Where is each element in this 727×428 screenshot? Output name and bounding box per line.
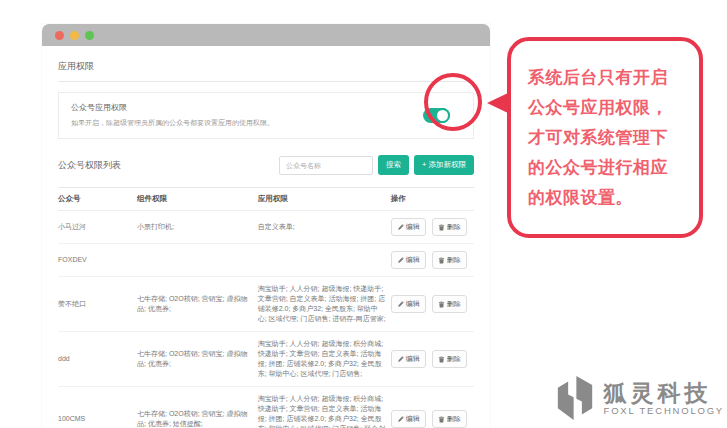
list-title: 公众号权限列表 bbox=[58, 159, 121, 172]
delete-button[interactable]: 删除 bbox=[432, 251, 467, 269]
hexagon-h-logo-icon bbox=[553, 372, 597, 424]
table-header-row: 公众号 组件权限 应用权限 操作 bbox=[58, 188, 474, 211]
highlight-circle bbox=[424, 73, 482, 131]
trash-icon bbox=[438, 224, 445, 231]
edit-button-label: 编辑 bbox=[406, 222, 420, 232]
delete-button[interactable]: 删除 bbox=[432, 218, 467, 236]
edit-button-label: 编辑 bbox=[406, 414, 420, 424]
screenshot-canvas: 应用权限 公众号应用权限 如果开启，除超级管理员所属的公众号都要设置应用的使用权… bbox=[0, 0, 727, 428]
cell-app-permissions bbox=[258, 244, 391, 277]
official-account-permission-panel: 公众号应用权限 如果开启，除超级管理员所属的公众号都要设置应用的使用权限。 bbox=[58, 92, 474, 139]
cell-app-permissions: 自定义表单; bbox=[258, 211, 391, 244]
column-header-operation: 操作 bbox=[391, 188, 474, 211]
close-window-icon[interactable] bbox=[55, 31, 64, 40]
cell-account: ddd bbox=[58, 332, 137, 387]
list-header: 公众号权限列表 搜索 + 添加新权限 bbox=[58, 155, 474, 175]
column-header-app: 应用权限 bbox=[258, 188, 391, 211]
cell-account: 小马过河 bbox=[58, 211, 137, 244]
table-row: 100CMS 七牛存储; O2O核销; 营销宝; 虚拟物品; 优惠券; 短信提醒… bbox=[58, 387, 474, 428]
cell-operations: 编辑 删除 bbox=[391, 387, 474, 428]
column-header-component: 组件权限 bbox=[137, 188, 258, 211]
minimize-window-icon[interactable] bbox=[70, 31, 79, 40]
callout-bubble: 系统后台只有开启公众号应用权限，才可对系统管理下的公众号进行相应的权限设置。 bbox=[507, 37, 703, 238]
cell-operations: 编辑 删除 bbox=[391, 277, 474, 332]
delete-button[interactable]: 删除 bbox=[432, 410, 467, 428]
panel-description: 如果开启，除超级管理员所属的公众号都要设置应用的使用权限。 bbox=[71, 118, 461, 128]
maximize-window-icon[interactable] bbox=[85, 31, 94, 40]
trash-icon bbox=[438, 301, 445, 308]
cell-app-permissions: 淘宝助手; 人人分销; 超级海报; 快递助手; 文章营销; 自定义表单; 活动海… bbox=[258, 277, 391, 332]
cell-operations: 编辑 删除 bbox=[391, 244, 474, 277]
page-title: 应用权限 bbox=[58, 56, 474, 81]
search-input[interactable] bbox=[279, 156, 373, 175]
cell-account: 赞不绝口 bbox=[58, 277, 137, 332]
window-body: 应用权限 公众号应用权限 如果开启，除超级管理员所属的公众号都要设置应用的使用权… bbox=[42, 46, 490, 428]
cell-app-permissions: 淘宝助手; 人人分销; 超级海报; 积分商城; 快递助手; 文章营销; 自定义表… bbox=[258, 332, 391, 387]
table-row: ddd 七牛存储; O2O核销; 营销宝; 虚拟物品; 优惠券; 淘宝助手; 人… bbox=[58, 332, 474, 387]
edit-button[interactable]: 编辑 bbox=[391, 218, 426, 236]
edit-button[interactable]: 编辑 bbox=[391, 350, 426, 368]
trash-icon bbox=[438, 416, 445, 423]
delete-button[interactable]: 删除 bbox=[432, 295, 467, 313]
delete-button[interactable]: 删除 bbox=[432, 350, 467, 368]
search-button[interactable]: 搜索 bbox=[378, 155, 409, 175]
delete-button-label: 删除 bbox=[447, 299, 461, 309]
logo-name-cn: 狐灵科技 bbox=[604, 381, 724, 405]
delete-button-label: 删除 bbox=[447, 354, 461, 364]
pencil-edit-icon bbox=[397, 416, 404, 423]
cell-component-permissions: 七牛存储; O2O核销; 营销宝; 虚拟物品; 优惠券; bbox=[137, 277, 258, 332]
pencil-edit-icon bbox=[397, 257, 404, 264]
table-row: 赞不绝口 七牛存储; O2O核销; 营销宝; 虚拟物品; 优惠券; 淘宝助手; … bbox=[58, 277, 474, 332]
cell-operations: 编辑 删除 bbox=[391, 211, 474, 244]
callout-text: 系统后台只有开启公众号应用权限，才可对系统管理下的公众号进行相应的权限设置。 bbox=[511, 63, 699, 213]
cell-operations: 编辑 删除 bbox=[391, 332, 474, 387]
column-header-account: 公众号 bbox=[58, 188, 137, 211]
edit-button[interactable]: 编辑 bbox=[391, 295, 426, 313]
add-permission-button[interactable]: + 添加新权限 bbox=[414, 155, 474, 175]
edit-button[interactable]: 编辑 bbox=[391, 410, 426, 428]
browser-window: 应用权限 公众号应用权限 如果开启，除超级管理员所属的公众号都要设置应用的使用权… bbox=[42, 24, 490, 428]
edit-button-label: 编辑 bbox=[406, 354, 420, 364]
delete-button-label: 删除 bbox=[447, 414, 461, 424]
delete-button-label: 删除 bbox=[447, 255, 461, 265]
trash-icon bbox=[438, 356, 445, 363]
logo-name-en: FOXL TECHNOLOGY bbox=[604, 405, 724, 416]
divider bbox=[58, 81, 474, 82]
pencil-edit-icon bbox=[397, 224, 404, 231]
cell-component-permissions: 七牛存储; O2O核销; 营销宝; 虚拟物品; 优惠券; bbox=[137, 332, 258, 387]
edit-button[interactable]: 编辑 bbox=[391, 251, 426, 269]
logo-text: 狐灵科技 FOXL TECHNOLOGY bbox=[604, 381, 724, 416]
edit-button-label: 编辑 bbox=[406, 299, 420, 309]
table-row: FOXDEV 编辑 删除 bbox=[58, 244, 474, 277]
cell-component-permissions bbox=[137, 244, 258, 277]
pencil-edit-icon bbox=[397, 301, 404, 308]
table-row: 小马过河 小票打印机; 自定义表单; 编辑 删除 bbox=[58, 211, 474, 244]
trash-icon bbox=[438, 257, 445, 264]
permission-table: 公众号 组件权限 应用权限 操作 小马过河 小票打印机; 自定义表单; bbox=[58, 187, 474, 428]
delete-button-label: 删除 bbox=[447, 222, 461, 232]
pencil-edit-icon bbox=[397, 356, 404, 363]
cell-app-permissions: 淘宝助手; 人人分销; 超级海报; 积分商城; 快递助手; 文章营销; 自定义表… bbox=[258, 387, 391, 428]
cell-account: 100CMS bbox=[58, 387, 137, 428]
edit-button-label: 编辑 bbox=[406, 255, 420, 265]
browser-titlebar bbox=[42, 24, 490, 46]
foxl-logo: 狐灵科技 FOXL TECHNOLOGY bbox=[553, 372, 724, 424]
list-controls: 搜索 + 添加新权限 bbox=[279, 155, 474, 175]
panel-title: 公众号应用权限 bbox=[71, 102, 461, 113]
cell-component-permissions: 小票打印机; bbox=[137, 211, 258, 244]
cell-account: FOXDEV bbox=[58, 244, 137, 277]
cell-component-permissions: 七牛存储; O2O核销; 营销宝; 虚拟物品; 优惠券; 短信提醒; bbox=[137, 387, 258, 428]
callout-arrow-icon bbox=[487, 93, 508, 113]
